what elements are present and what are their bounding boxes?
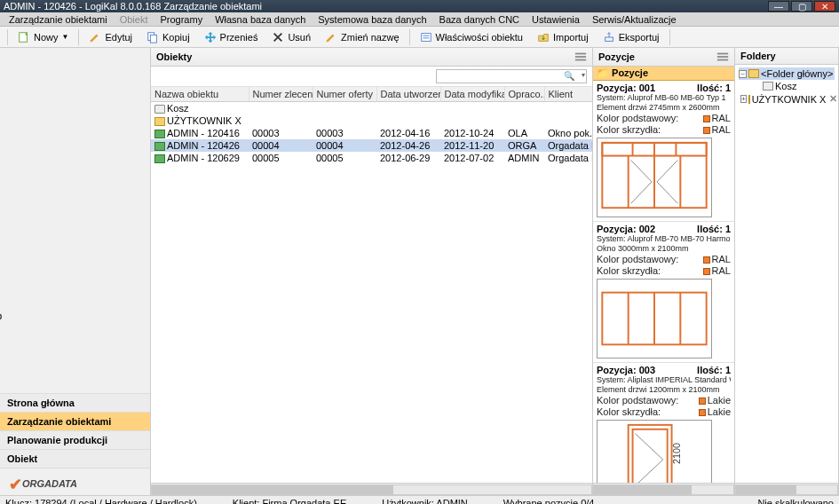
expander-icon[interactable]: + [740, 95, 747, 103]
position-item[interactable]: Pozycja: 002Ilość: 1System: Aluprof MB-7… [593, 222, 734, 363]
position-item[interactable]: Pozycja: 001Ilość: 1System: Aluprof MB-6… [593, 81, 734, 222]
logo-area: ✔ORGADATA [0, 468, 150, 495]
position-id: Pozycja: 003 [597, 365, 655, 375]
folders-tree: – <Folder główny> + Kosz + UŻYTKOWNIK X … [735, 65, 838, 108]
objects-hscroll[interactable] [151, 483, 592, 495]
new-button[interactable]: Nowy ▼ [12, 28, 75, 46]
left-nav: LogiKal 8.0 Strona główna Zarządzanie ob… [0, 48, 151, 495]
menu-programy[interactable]: Programy [154, 13, 208, 26]
col-zlecenia[interactable]: Numer zlecenia [249, 87, 313, 102]
col-utworzenia[interactable]: Data utworzenia [376, 87, 440, 102]
folders-hscroll[interactable] [735, 483, 838, 495]
col-name[interactable]: Nazwa obiektu [151, 87, 249, 102]
rename-icon [325, 31, 337, 43]
move-button[interactable]: Przenieś [198, 28, 265, 46]
svg-rect-11 [717, 56, 728, 58]
table-row[interactable]: UŻYTKOWNIK X [151, 114, 592, 127]
edit-button[interactable]: Edytuj [83, 28, 139, 46]
nav-object[interactable]: Obiekt [0, 449, 150, 468]
main-area: LogiKal 8.0 Strona główna Zarządzanie ob… [0, 48, 839, 495]
table-row[interactable]: ADMIN - 12041600003000032012-04-162012-1… [151, 127, 592, 139]
status-calc: Nie skalkulowano [757, 498, 834, 505]
search-dropdown-icon[interactable]: ▾ [582, 71, 585, 79]
delete-icon [272, 31, 284, 43]
nav-planning[interactable]: Planowanie produkcji [0, 430, 150, 449]
status-key: Klucz: 178294 (Local / Hardware / Hardlo… [5, 498, 197, 505]
copy-button[interactable]: Kopiuj [140, 28, 196, 46]
panel-menu-icon[interactable] [574, 51, 587, 63]
objects-table-body: Nazwa obiektu Numer zlecenia Numer ofert… [151, 87, 592, 483]
product-label: LogiKal 8.0 [0, 269, 2, 335]
color-swatch [703, 115, 710, 122]
positions-body[interactable]: 📁 PozycjePozycja: 001Ilość: 1System: Alu… [593, 67, 734, 483]
menu-obiekt: Obiekt [115, 13, 154, 26]
col-opracowal[interactable]: Opraco... [504, 87, 544, 102]
nav-objects[interactable]: Zarządzanie obiektami [0, 412, 150, 430]
objects-panel: Obiekty 🔍 ▾ Nazwa obiektu Numer zlecenia… [151, 48, 593, 495]
menu-baza-cnc[interactable]: Baza danych CNC [434, 13, 526, 26]
menu-ustawienia[interactable]: Ustawienia [526, 13, 585, 26]
close-button[interactable]: ✕ [814, 1, 835, 12]
edit-label: Edytuj [105, 32, 132, 43]
col-oferty[interactable]: Numer oferty [313, 87, 376, 102]
table-row[interactable]: ADMIN - 12042600004000042012-04-262012-1… [151, 139, 592, 152]
export-button[interactable]: Eksportuj [597, 28, 666, 46]
trash-icon [763, 82, 773, 91]
delete-button[interactable]: Usuń [265, 28, 317, 46]
color-swatch [699, 398, 706, 405]
position-qty: Ilość: 1 [697, 83, 731, 93]
status-selected: Wybrane pozycje 0/4 [503, 498, 595, 505]
position-detail: Okno 3000mm x 2100mm [597, 244, 731, 254]
position-item[interactable]: Pozycja: 003Ilość: 1System: Aliplast IMP… [593, 363, 734, 483]
color-sash-label: Kolor skrzydła: [597, 406, 661, 417]
row-icon [154, 154, 165, 163]
export-label: Eksportuj [619, 32, 660, 43]
maximize-button[interactable]: ▢ [791, 1, 812, 12]
color-swatch [703, 256, 710, 264]
tree-close-icon[interactable]: ✕ [829, 93, 837, 105]
import-button[interactable]: Importuj [531, 28, 595, 46]
objects-header: Obiekty [151, 48, 592, 67]
tree-label: Kosz [775, 81, 796, 91]
menu-serwis[interactable]: Serwis/Aktualizacje [587, 13, 682, 26]
folders-title: Foldery [740, 51, 776, 61]
position-detail: Element drzwi 1200mm x 2100mm [597, 385, 731, 395]
row-icon [154, 142, 165, 151]
tree-root[interactable]: – <Folder główny> [739, 67, 835, 80]
new-icon [18, 31, 30, 43]
title-bar: ADMIN - 120426 - LogiKal 8.0.0.168 Zarzą… [0, 0, 839, 12]
window-title: ADMIN - 120426 - LogiKal 8.0.0.168 Zarzą… [4, 1, 262, 12]
properties-icon [420, 31, 432, 43]
properties-button[interactable]: Właściwości obiektu [414, 28, 529, 46]
tree-item-kosz[interactable]: + Kosz [739, 80, 835, 92]
row-icon [154, 130, 165, 138]
status-user: Użytkownik: ADMIN [382, 498, 468, 505]
minimize-button[interactable]: — [768, 1, 789, 12]
svg-rect-26 [633, 429, 668, 483]
panel-menu-icon[interactable] [716, 51, 729, 63]
color-sash-label: Kolor skrzydła: [597, 265, 661, 276]
table-row[interactable]: ADMIN - 12062900005000052012-06-292012-0… [151, 152, 592, 164]
position-id: Pozycja: 001 [597, 83, 655, 93]
toolbar: Nowy ▼ Edytuj Kopiuj Przenieś Usuń Zmień… [0, 27, 839, 48]
rename-button[interactable]: Zmień nazwę [319, 28, 405, 46]
expander-icon[interactable]: – [739, 70, 747, 78]
status-client: Klient: Firma Orgadata EE [233, 498, 346, 505]
col-modyfikacji[interactable]: Data modyfikacji [440, 87, 504, 102]
table-row[interactable]: Kosz [151, 102, 592, 115]
svg-rect-2 [150, 35, 156, 43]
menu-zarzadzanie[interactable]: Zarządzanie obiektami [4, 13, 113, 26]
menu-wlasna-baza[interactable]: Własna baza danych [210, 13, 311, 26]
move-icon [204, 31, 217, 43]
positions-panel: Pozycje 📁 PozycjePozycja: 001Ilość: 1Sys… [593, 48, 735, 495]
menu-systemowa-baza[interactable]: Systemowa baza danych [313, 13, 431, 26]
folders-panel: Foldery – <Folder główny> + Kosz + UŻYTK… [735, 48, 839, 495]
positions-hscroll[interactable] [593, 483, 734, 495]
new-label: Nowy [34, 32, 59, 43]
menu-bar: Zarządzanie obiektami Obiekt Programy Wł… [0, 12, 839, 27]
nav-home[interactable]: Strona główna [0, 393, 150, 412]
tree-item-user[interactable]: + UŻYTKOWNIK X ✕ [739, 92, 835, 106]
search-icon[interactable]: 🔍 [564, 71, 574, 81]
col-klient[interactable]: Klient [544, 87, 592, 102]
row-icon [154, 105, 165, 114]
